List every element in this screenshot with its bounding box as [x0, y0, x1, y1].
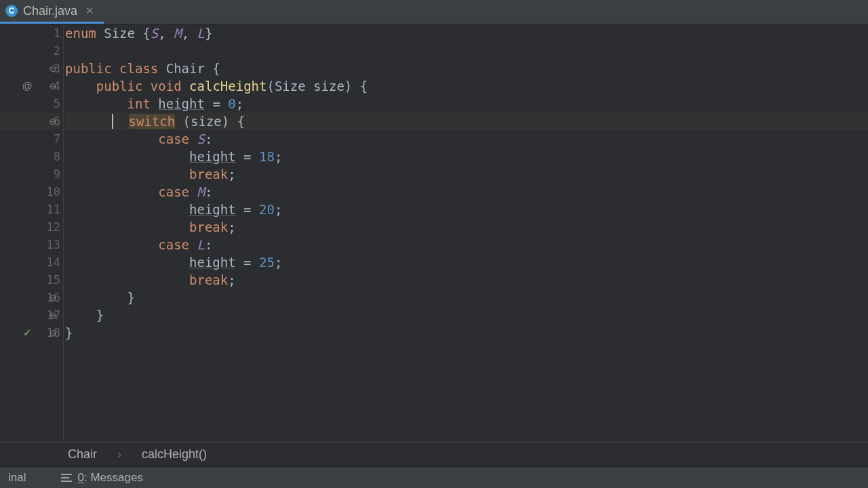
- messages-tool[interactable]: 0: Messages: [53, 471, 151, 485]
- tab-bar: C Chair.java ✕: [0, 0, 868, 24]
- fold-icon[interactable]: ⊖: [47, 324, 59, 342]
- line-number: 12: [41, 218, 60, 236]
- chevron-right-icon: ›: [117, 447, 121, 462]
- override-annotation-icon[interactable]: @: [20, 77, 35, 95]
- fold-icon[interactable]: ⊖: [47, 77, 59, 95]
- line-number: 1: [41, 24, 60, 42]
- gutter: 1 2 3⊖ @4⊖ 5 6⊖ 7 8 9 10 11 12 13 14 15 …: [0, 24, 64, 442]
- fold-icon[interactable]: ⊖: [47, 60, 59, 77]
- line-number: 7: [41, 130, 60, 148]
- line-number: 8: [41, 148, 60, 165]
- line-number: 15: [41, 271, 60, 289]
- check-icon: ✓: [20, 324, 35, 342]
- file-tab[interactable]: C Chair.java ✕: [0, 0, 104, 24]
- breadcrumb: Chair › calcHeight(): [0, 442, 868, 466]
- line-number: 2: [41, 42, 60, 60]
- fold-icon[interactable]: ⊖: [47, 306, 59, 324]
- close-icon[interactable]: ✕: [83, 5, 97, 17]
- editor[interactable]: 1 2 3⊖ @4⊖ 5 6⊖ 7 8 9 10 11 12 13 14 15 …: [0, 24, 868, 442]
- tab-label: Chair.java: [23, 4, 77, 18]
- fold-icon[interactable]: ⊖: [47, 113, 59, 130]
- line-number: 5: [41, 95, 60, 113]
- terminal-tool[interactable]: inal: [0, 471, 34, 485]
- java-class-icon: C: [5, 5, 18, 17]
- line-number: 14: [41, 253, 60, 271]
- code-area[interactable]: enum Size {S, M, L} public class Chair {…: [64, 24, 868, 442]
- fold-icon[interactable]: ⊖: [47, 289, 59, 306]
- line-number: 10: [41, 183, 60, 201]
- breadcrumb-class[interactable]: Chair: [68, 447, 97, 462]
- text-caret: [112, 114, 113, 129]
- breadcrumb-method[interactable]: calcHeight(): [142, 447, 207, 462]
- line-number: 9: [41, 165, 60, 183]
- tool-window-bar: inal 0: Messages: [0, 466, 868, 488]
- line-number: 13: [41, 236, 60, 253]
- messages-icon: [61, 474, 72, 482]
- line-number: 11: [41, 201, 60, 218]
